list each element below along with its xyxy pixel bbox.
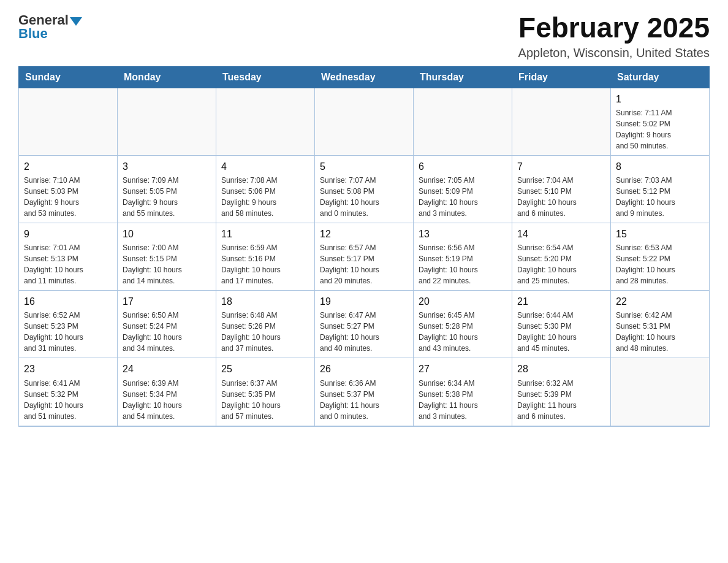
week-row-1: 1Sunrise: 7:11 AM Sunset: 5:02 PM Daylig… [19, 88, 710, 155]
day-info: Sunrise: 7:04 AM Sunset: 5:10 PM Dayligh… [517, 175, 605, 219]
week-row-2: 2Sunrise: 7:10 AM Sunset: 5:03 PM Daylig… [19, 155, 710, 223]
col-friday: Friday [512, 66, 611, 88]
table-cell: 2Sunrise: 7:10 AM Sunset: 5:03 PM Daylig… [19, 155, 118, 223]
table-cell: 12Sunrise: 6:57 AM Sunset: 5:17 PM Dayli… [315, 223, 414, 290]
day-number: 24 [123, 362, 211, 376]
col-saturday: Saturday [611, 66, 710, 88]
title-area: February 2025 Appleton, Wisconsin, Unite… [518, 12, 710, 60]
day-info: Sunrise: 7:09 AM Sunset: 5:05 PM Dayligh… [123, 175, 211, 219]
table-cell: 26Sunrise: 6:36 AM Sunset: 5:37 PM Dayli… [315, 358, 414, 426]
day-number: 3 [123, 159, 211, 174]
day-number: 19 [320, 294, 408, 308]
day-info: Sunrise: 6:45 AM Sunset: 5:28 PM Dayligh… [419, 310, 507, 354]
day-number: 28 [517, 362, 605, 376]
col-thursday: Thursday [414, 66, 512, 88]
table-cell: 27Sunrise: 6:34 AM Sunset: 5:38 PM Dayli… [414, 358, 512, 426]
day-info: Sunrise: 7:05 AM Sunset: 5:09 PM Dayligh… [419, 175, 507, 219]
day-number: 18 [221, 294, 309, 308]
table-cell: 5Sunrise: 7:07 AM Sunset: 5:08 PM Daylig… [315, 155, 414, 223]
day-info: Sunrise: 7:11 AM Sunset: 5:02 PM Dayligh… [616, 107, 704, 151]
table-cell: 21Sunrise: 6:44 AM Sunset: 5:30 PM Dayli… [512, 291, 611, 358]
table-cell [414, 88, 512, 155]
day-info: Sunrise: 6:42 AM Sunset: 5:31 PM Dayligh… [616, 310, 704, 354]
logo-blue: Blue [18, 26, 48, 42]
calendar-table: Sunday Monday Tuesday Wednesday Thursday… [18, 66, 710, 427]
table-cell: 23Sunrise: 6:41 AM Sunset: 5:32 PM Dayli… [19, 358, 118, 426]
day-info: Sunrise: 6:36 AM Sunset: 5:37 PM Dayligh… [320, 378, 408, 422]
calendar-header: Sunday Monday Tuesday Wednesday Thursday… [19, 66, 710, 88]
day-number: 27 [419, 362, 507, 376]
day-number: 14 [517, 227, 605, 241]
day-info: Sunrise: 7:08 AM Sunset: 5:06 PM Dayligh… [221, 175, 309, 219]
day-info: Sunrise: 6:32 AM Sunset: 5:39 PM Dayligh… [517, 378, 605, 422]
table-cell: 22Sunrise: 6:42 AM Sunset: 5:31 PM Dayli… [611, 291, 710, 358]
day-number: 2 [24, 159, 112, 174]
table-cell: 15Sunrise: 6:53 AM Sunset: 5:22 PM Dayli… [611, 223, 710, 290]
days-of-week-row: Sunday Monday Tuesday Wednesday Thursday… [19, 66, 710, 88]
week-row-3: 9Sunrise: 7:01 AM Sunset: 5:13 PM Daylig… [19, 223, 710, 290]
table-cell [611, 358, 710, 426]
day-number: 12 [320, 227, 408, 241]
table-cell: 9Sunrise: 7:01 AM Sunset: 5:13 PM Daylig… [19, 223, 118, 290]
table-cell: 14Sunrise: 6:54 AM Sunset: 5:20 PM Dayli… [512, 223, 611, 290]
day-number: 10 [123, 227, 211, 241]
day-info: Sunrise: 6:48 AM Sunset: 5:26 PM Dayligh… [221, 310, 309, 354]
table-cell: 17Sunrise: 6:50 AM Sunset: 5:24 PM Dayli… [118, 291, 216, 358]
table-cell: 10Sunrise: 7:00 AM Sunset: 5:15 PM Dayli… [118, 223, 216, 290]
day-number: 1 [616, 92, 704, 106]
day-info: Sunrise: 6:56 AM Sunset: 5:19 PM Dayligh… [419, 242, 507, 286]
day-number: 6 [419, 159, 507, 174]
day-number: 15 [616, 227, 704, 241]
table-cell [216, 88, 315, 155]
table-cell: 3Sunrise: 7:09 AM Sunset: 5:05 PM Daylig… [118, 155, 216, 223]
day-number: 21 [517, 294, 605, 308]
day-number: 4 [221, 159, 309, 174]
calendar-subtitle: Appleton, Wisconsin, United States [518, 46, 710, 60]
table-cell: 7Sunrise: 7:04 AM Sunset: 5:10 PM Daylig… [512, 155, 611, 223]
day-number: 17 [123, 294, 211, 308]
day-info: Sunrise: 6:44 AM Sunset: 5:30 PM Dayligh… [517, 310, 605, 354]
table-cell: 25Sunrise: 6:37 AM Sunset: 5:35 PM Dayli… [216, 358, 315, 426]
table-cell: 4Sunrise: 7:08 AM Sunset: 5:06 PM Daylig… [216, 155, 315, 223]
table-cell: 6Sunrise: 7:05 AM Sunset: 5:09 PM Daylig… [414, 155, 512, 223]
day-number: 22 [616, 294, 704, 308]
day-info: Sunrise: 6:59 AM Sunset: 5:16 PM Dayligh… [221, 242, 309, 286]
col-sunday: Sunday [19, 66, 118, 88]
table-cell: 16Sunrise: 6:52 AM Sunset: 5:23 PM Dayli… [19, 291, 118, 358]
week-row-5: 23Sunrise: 6:41 AM Sunset: 5:32 PM Dayli… [19, 358, 710, 426]
day-info: Sunrise: 6:41 AM Sunset: 5:32 PM Dayligh… [24, 378, 112, 422]
day-number: 11 [221, 227, 309, 241]
day-number: 7 [517, 159, 605, 174]
page-header: General Blue February 2025 Appleton, Wis… [18, 12, 710, 60]
day-info: Sunrise: 6:47 AM Sunset: 5:27 PM Dayligh… [320, 310, 408, 354]
day-number: 13 [419, 227, 507, 241]
table-cell: 11Sunrise: 6:59 AM Sunset: 5:16 PM Dayli… [216, 223, 315, 290]
table-cell: 18Sunrise: 6:48 AM Sunset: 5:26 PM Dayli… [216, 291, 315, 358]
day-info: Sunrise: 6:50 AM Sunset: 5:24 PM Dayligh… [123, 310, 211, 354]
day-info: Sunrise: 6:52 AM Sunset: 5:23 PM Dayligh… [24, 310, 112, 354]
day-info: Sunrise: 7:03 AM Sunset: 5:12 PM Dayligh… [616, 175, 704, 219]
day-number: 8 [616, 159, 704, 174]
table-cell: 24Sunrise: 6:39 AM Sunset: 5:34 PM Dayli… [118, 358, 216, 426]
day-number: 16 [24, 294, 112, 308]
day-info: Sunrise: 6:34 AM Sunset: 5:38 PM Dayligh… [419, 378, 507, 422]
day-info: Sunrise: 6:37 AM Sunset: 5:35 PM Dayligh… [221, 378, 309, 422]
day-number: 9 [24, 227, 112, 241]
day-info: Sunrise: 7:00 AM Sunset: 5:15 PM Dayligh… [123, 242, 211, 286]
col-monday: Monday [118, 66, 216, 88]
table-cell: 8Sunrise: 7:03 AM Sunset: 5:12 PM Daylig… [611, 155, 710, 223]
table-cell [512, 88, 611, 155]
table-cell: 13Sunrise: 6:56 AM Sunset: 5:19 PM Dayli… [414, 223, 512, 290]
day-info: Sunrise: 6:54 AM Sunset: 5:20 PM Dayligh… [517, 242, 605, 286]
col-tuesday: Tuesday [216, 66, 315, 88]
day-info: Sunrise: 6:39 AM Sunset: 5:34 PM Dayligh… [123, 378, 211, 422]
week-row-4: 16Sunrise: 6:52 AM Sunset: 5:23 PM Dayli… [19, 291, 710, 358]
table-cell [315, 88, 414, 155]
table-cell: 20Sunrise: 6:45 AM Sunset: 5:28 PM Dayli… [414, 291, 512, 358]
logo: General Blue [18, 12, 82, 42]
table-cell: 28Sunrise: 6:32 AM Sunset: 5:39 PM Dayli… [512, 358, 611, 426]
calendar-title: February 2025 [518, 12, 710, 44]
table-cell: 1Sunrise: 7:11 AM Sunset: 5:02 PM Daylig… [611, 88, 710, 155]
day-info: Sunrise: 7:01 AM Sunset: 5:13 PM Dayligh… [24, 242, 112, 286]
day-info: Sunrise: 6:57 AM Sunset: 5:17 PM Dayligh… [320, 242, 408, 286]
